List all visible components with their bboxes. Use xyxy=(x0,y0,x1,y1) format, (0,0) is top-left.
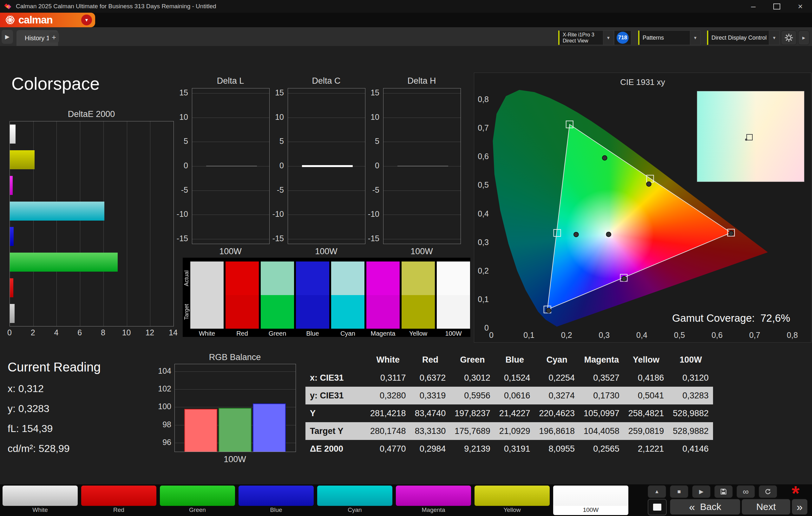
patch-color xyxy=(317,486,393,506)
delta-h-plot xyxy=(383,88,461,244)
pattern-patch-red[interactable]: Red xyxy=(81,486,156,515)
table-header-cell: Red xyxy=(410,351,451,369)
whitepoint-inset xyxy=(697,91,804,182)
axis-tick-label: 102 xyxy=(157,384,171,393)
table-cell: 0,3191 xyxy=(495,440,535,458)
table-cell: 281,4218 xyxy=(366,404,410,422)
pattern-patch-blue[interactable]: Blue xyxy=(238,486,314,515)
swatch-white xyxy=(190,262,224,329)
add-tab-button[interactable]: + xyxy=(49,32,59,42)
axis-tick-label: 0,5 xyxy=(475,180,489,189)
axis-tick-label: 0,8 xyxy=(475,95,489,104)
table-cell: 0,2254 xyxy=(534,369,579,387)
deltae-bar-green xyxy=(10,253,118,272)
logo-text: calman xyxy=(19,14,53,26)
cie-measured-dot-magenta xyxy=(622,276,627,281)
cie-measured-dot-yellow xyxy=(646,182,651,186)
reading-x: x: 0,312 xyxy=(8,383,44,395)
pattern-patch-yellow[interactable]: Yellow xyxy=(474,486,550,515)
measurement-zero-line xyxy=(206,166,257,166)
display-control-label: Direct Display Control xyxy=(708,35,769,41)
chevron-down-icon: ▼ xyxy=(769,31,779,45)
patch-label: Red xyxy=(81,507,156,513)
axis-tick-label: 0,6 xyxy=(712,331,723,340)
back-button[interactable]: « Back xyxy=(670,499,740,515)
page-title: Colorspace xyxy=(11,73,99,94)
logo-menu-button[interactable]: ▼ xyxy=(81,14,92,25)
pattern-patch-magenta[interactable]: Magenta xyxy=(396,486,471,515)
patch-label: 100W xyxy=(553,507,628,513)
swatch-red xyxy=(226,262,259,329)
measurement-zero-line xyxy=(398,166,448,166)
save-button[interactable] xyxy=(714,485,733,498)
next-button[interactable]: Next xyxy=(742,499,790,515)
pattern-patch-green[interactable]: Green xyxy=(160,486,235,515)
table-cell: 220,4623 xyxy=(534,404,579,422)
pattern-window-button[interactable] xyxy=(648,499,667,515)
table-header-cell: Cyan xyxy=(534,351,579,369)
gridline xyxy=(192,215,269,215)
patterns-select[interactable]: Patterns ▼ xyxy=(638,30,701,45)
pattern-patch-100w[interactable]: 100W xyxy=(553,486,628,515)
deltae-bar-blue xyxy=(10,227,13,246)
close-icon: × xyxy=(798,2,803,11)
link-button[interactable]: ∞ xyxy=(736,485,755,498)
axis-tick-label: 0,6 xyxy=(475,152,489,161)
reading-cdm2: cd/m²: 528,99 xyxy=(8,443,70,455)
play-button[interactable]: ▶ xyxy=(692,485,710,498)
table-cell: 0,1730 xyxy=(579,387,624,404)
minimize-button[interactable]: – xyxy=(742,0,765,13)
table-header-cell: Magenta xyxy=(579,351,624,369)
axis-tick-label: 0 xyxy=(361,161,379,170)
swatch-yellow xyxy=(402,262,435,329)
cie-measured-dot-cyan xyxy=(574,232,579,237)
patch-color xyxy=(81,486,156,506)
measurement-table-grid: WhiteRedGreenBlueCyanMagentaYellow100Wx:… xyxy=(306,351,713,458)
patch-color xyxy=(160,486,235,506)
swatch-target xyxy=(226,295,259,329)
refresh-button[interactable] xyxy=(759,485,777,498)
table-row: Y281,421883,4740197,823721,4227220,46231… xyxy=(306,404,713,422)
table-cell: 21,0929 xyxy=(495,422,535,440)
pattern-patch-cyan[interactable]: Cyan xyxy=(317,486,393,515)
axis-tick-label: 0,1 xyxy=(475,295,489,304)
table-cell: 83,3130 xyxy=(410,422,451,440)
meter-mode: Direct View xyxy=(563,38,603,44)
display-control-select[interactable]: Direct Display Control ▼ xyxy=(707,30,780,45)
floppy-icon xyxy=(720,488,727,495)
axis-tick-label: 10 xyxy=(361,113,379,122)
delta-c-plot xyxy=(288,88,366,244)
swatch-green xyxy=(261,262,294,329)
swatch-actual xyxy=(226,262,259,295)
gridline xyxy=(288,239,365,239)
stop-button[interactable]: ■ xyxy=(670,485,688,498)
workflow-expander-button[interactable]: ▶ xyxy=(2,30,13,44)
swatch-target xyxy=(190,295,224,329)
axis-tick-label: 5 xyxy=(170,136,188,146)
settings-button[interactable] xyxy=(781,30,797,45)
pattern-window-icon xyxy=(653,504,661,511)
gridline xyxy=(288,118,365,118)
gridline xyxy=(127,121,127,326)
axis-tick-label: 10 xyxy=(122,328,131,337)
meter-status: 718 xyxy=(614,30,631,45)
x-axis-label: 100W xyxy=(288,247,365,256)
next-chevron-button[interactable]: » xyxy=(792,499,808,515)
delta-l-plot xyxy=(192,88,270,244)
eject-button[interactable]: ▲ xyxy=(648,485,666,498)
collapse-panel-button[interactable]: ▸ xyxy=(798,30,809,45)
axis-tick-label: -15 xyxy=(265,234,284,243)
maximize-button[interactable] xyxy=(765,0,788,13)
axis-tick-label: 0,3 xyxy=(475,238,489,247)
table-cell: 2,1221 xyxy=(624,440,669,458)
swatch-target xyxy=(366,295,400,329)
patch-color xyxy=(3,486,78,506)
meter-select[interactable]: X-Rite i1Pro 3 Direct View ▼ xyxy=(558,30,614,45)
table-header-cell: Green xyxy=(450,351,495,369)
pattern-patch-white[interactable]: White xyxy=(3,486,78,515)
close-button[interactable]: × xyxy=(788,0,812,13)
measurement-table: WhiteRedGreenBlueCyanMagentaYellow100Wx:… xyxy=(306,351,713,458)
deltae-bar-100w xyxy=(10,304,14,323)
table-cell: 175,7689 xyxy=(450,422,495,440)
logo-bar: calman ▼ xyxy=(0,13,812,27)
